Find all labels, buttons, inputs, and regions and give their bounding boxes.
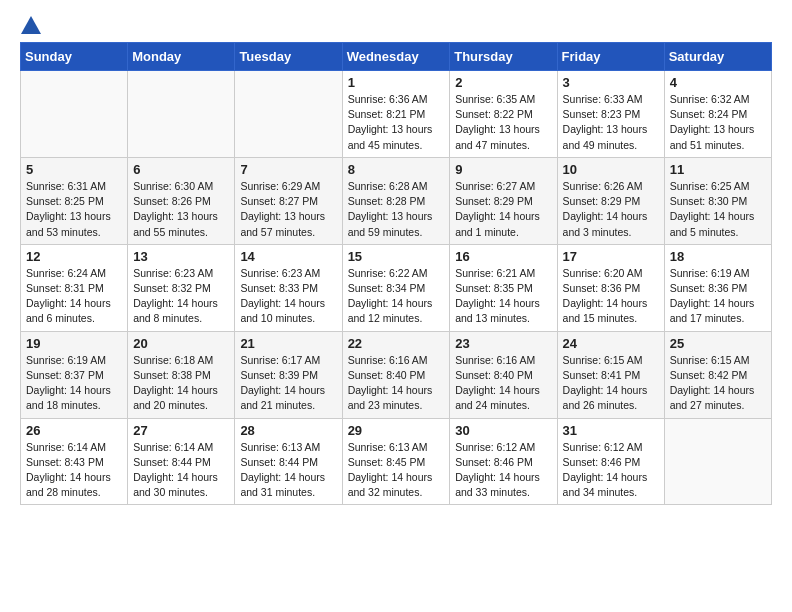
week-row-5: 26Sunrise: 6:14 AMSunset: 8:43 PMDayligh… [21, 418, 772, 505]
header [20, 16, 772, 34]
day-number: 11 [670, 162, 766, 177]
day-number: 24 [563, 336, 659, 351]
day-cell [128, 71, 235, 158]
day-number: 28 [240, 423, 336, 438]
calendar: SundayMondayTuesdayWednesdayThursdayFrid… [20, 42, 772, 505]
day-number: 18 [670, 249, 766, 264]
week-row-2: 5Sunrise: 6:31 AMSunset: 8:25 PMDaylight… [21, 157, 772, 244]
logo-text [20, 16, 42, 34]
day-number: 9 [455, 162, 551, 177]
day-info: Sunrise: 6:12 AMSunset: 8:46 PMDaylight:… [563, 440, 659, 501]
day-number: 12 [26, 249, 122, 264]
day-number: 1 [348, 75, 445, 90]
logo-icon [21, 16, 41, 34]
week-row-1: 1Sunrise: 6:36 AMSunset: 8:21 PMDaylight… [21, 71, 772, 158]
day-cell: 5Sunrise: 6:31 AMSunset: 8:25 PMDaylight… [21, 157, 128, 244]
day-info: Sunrise: 6:13 AMSunset: 8:44 PMDaylight:… [240, 440, 336, 501]
day-cell: 4Sunrise: 6:32 AMSunset: 8:24 PMDaylight… [664, 71, 771, 158]
day-info: Sunrise: 6:23 AMSunset: 8:32 PMDaylight:… [133, 266, 229, 327]
day-cell: 12Sunrise: 6:24 AMSunset: 8:31 PMDayligh… [21, 244, 128, 331]
day-cell: 16Sunrise: 6:21 AMSunset: 8:35 PMDayligh… [450, 244, 557, 331]
weekday-header-wednesday: Wednesday [342, 43, 450, 71]
day-number: 20 [133, 336, 229, 351]
day-info: Sunrise: 6:36 AMSunset: 8:21 PMDaylight:… [348, 92, 445, 153]
day-info: Sunrise: 6:32 AMSunset: 8:24 PMDaylight:… [670, 92, 766, 153]
day-cell: 21Sunrise: 6:17 AMSunset: 8:39 PMDayligh… [235, 331, 342, 418]
day-info: Sunrise: 6:15 AMSunset: 8:42 PMDaylight:… [670, 353, 766, 414]
day-number: 26 [26, 423, 122, 438]
day-number: 30 [455, 423, 551, 438]
day-cell: 22Sunrise: 6:16 AMSunset: 8:40 PMDayligh… [342, 331, 450, 418]
day-info: Sunrise: 6:29 AMSunset: 8:27 PMDaylight:… [240, 179, 336, 240]
day-number: 27 [133, 423, 229, 438]
day-cell [664, 418, 771, 505]
day-number: 17 [563, 249, 659, 264]
weekday-header-friday: Friday [557, 43, 664, 71]
day-cell: 6Sunrise: 6:30 AMSunset: 8:26 PMDaylight… [128, 157, 235, 244]
day-info: Sunrise: 6:14 AMSunset: 8:44 PMDaylight:… [133, 440, 229, 501]
day-cell: 11Sunrise: 6:25 AMSunset: 8:30 PMDayligh… [664, 157, 771, 244]
day-info: Sunrise: 6:31 AMSunset: 8:25 PMDaylight:… [26, 179, 122, 240]
day-cell: 24Sunrise: 6:15 AMSunset: 8:41 PMDayligh… [557, 331, 664, 418]
day-info: Sunrise: 6:33 AMSunset: 8:23 PMDaylight:… [563, 92, 659, 153]
day-number: 7 [240, 162, 336, 177]
day-cell: 17Sunrise: 6:20 AMSunset: 8:36 PMDayligh… [557, 244, 664, 331]
weekday-header-thursday: Thursday [450, 43, 557, 71]
day-number: 2 [455, 75, 551, 90]
day-cell: 1Sunrise: 6:36 AMSunset: 8:21 PMDaylight… [342, 71, 450, 158]
day-cell: 25Sunrise: 6:15 AMSunset: 8:42 PMDayligh… [664, 331, 771, 418]
day-cell: 3Sunrise: 6:33 AMSunset: 8:23 PMDaylight… [557, 71, 664, 158]
day-number: 29 [348, 423, 445, 438]
svg-marker-0 [21, 16, 41, 34]
day-info: Sunrise: 6:28 AMSunset: 8:28 PMDaylight:… [348, 179, 445, 240]
day-number: 21 [240, 336, 336, 351]
day-number: 25 [670, 336, 766, 351]
day-number: 14 [240, 249, 336, 264]
day-number: 31 [563, 423, 659, 438]
day-number: 22 [348, 336, 445, 351]
day-cell: 29Sunrise: 6:13 AMSunset: 8:45 PMDayligh… [342, 418, 450, 505]
day-info: Sunrise: 6:24 AMSunset: 8:31 PMDaylight:… [26, 266, 122, 327]
day-cell: 26Sunrise: 6:14 AMSunset: 8:43 PMDayligh… [21, 418, 128, 505]
week-row-4: 19Sunrise: 6:19 AMSunset: 8:37 PMDayligh… [21, 331, 772, 418]
day-cell [235, 71, 342, 158]
day-number: 19 [26, 336, 122, 351]
day-info: Sunrise: 6:20 AMSunset: 8:36 PMDaylight:… [563, 266, 659, 327]
day-number: 23 [455, 336, 551, 351]
day-info: Sunrise: 6:27 AMSunset: 8:29 PMDaylight:… [455, 179, 551, 240]
day-cell: 9Sunrise: 6:27 AMSunset: 8:29 PMDaylight… [450, 157, 557, 244]
day-cell: 19Sunrise: 6:19 AMSunset: 8:37 PMDayligh… [21, 331, 128, 418]
day-cell: 30Sunrise: 6:12 AMSunset: 8:46 PMDayligh… [450, 418, 557, 505]
day-info: Sunrise: 6:14 AMSunset: 8:43 PMDaylight:… [26, 440, 122, 501]
day-cell: 10Sunrise: 6:26 AMSunset: 8:29 PMDayligh… [557, 157, 664, 244]
day-info: Sunrise: 6:18 AMSunset: 8:38 PMDaylight:… [133, 353, 229, 414]
week-row-3: 12Sunrise: 6:24 AMSunset: 8:31 PMDayligh… [21, 244, 772, 331]
page: SundayMondayTuesdayWednesdayThursdayFrid… [0, 0, 792, 521]
day-info: Sunrise: 6:19 AMSunset: 8:36 PMDaylight:… [670, 266, 766, 327]
day-cell: 27Sunrise: 6:14 AMSunset: 8:44 PMDayligh… [128, 418, 235, 505]
day-number: 16 [455, 249, 551, 264]
day-number: 13 [133, 249, 229, 264]
day-info: Sunrise: 6:30 AMSunset: 8:26 PMDaylight:… [133, 179, 229, 240]
logo [20, 16, 42, 34]
day-cell: 28Sunrise: 6:13 AMSunset: 8:44 PMDayligh… [235, 418, 342, 505]
weekday-header-tuesday: Tuesday [235, 43, 342, 71]
day-cell: 23Sunrise: 6:16 AMSunset: 8:40 PMDayligh… [450, 331, 557, 418]
day-cell: 8Sunrise: 6:28 AMSunset: 8:28 PMDaylight… [342, 157, 450, 244]
day-cell: 13Sunrise: 6:23 AMSunset: 8:32 PMDayligh… [128, 244, 235, 331]
day-info: Sunrise: 6:23 AMSunset: 8:33 PMDaylight:… [240, 266, 336, 327]
day-info: Sunrise: 6:26 AMSunset: 8:29 PMDaylight:… [563, 179, 659, 240]
weekday-header-sunday: Sunday [21, 43, 128, 71]
day-cell: 2Sunrise: 6:35 AMSunset: 8:22 PMDaylight… [450, 71, 557, 158]
day-cell: 7Sunrise: 6:29 AMSunset: 8:27 PMDaylight… [235, 157, 342, 244]
day-info: Sunrise: 6:19 AMSunset: 8:37 PMDaylight:… [26, 353, 122, 414]
day-number: 4 [670, 75, 766, 90]
day-number: 15 [348, 249, 445, 264]
day-info: Sunrise: 6:15 AMSunset: 8:41 PMDaylight:… [563, 353, 659, 414]
weekday-header-saturday: Saturday [664, 43, 771, 71]
day-info: Sunrise: 6:25 AMSunset: 8:30 PMDaylight:… [670, 179, 766, 240]
day-number: 3 [563, 75, 659, 90]
day-cell [21, 71, 128, 158]
day-info: Sunrise: 6:12 AMSunset: 8:46 PMDaylight:… [455, 440, 551, 501]
day-cell: 14Sunrise: 6:23 AMSunset: 8:33 PMDayligh… [235, 244, 342, 331]
